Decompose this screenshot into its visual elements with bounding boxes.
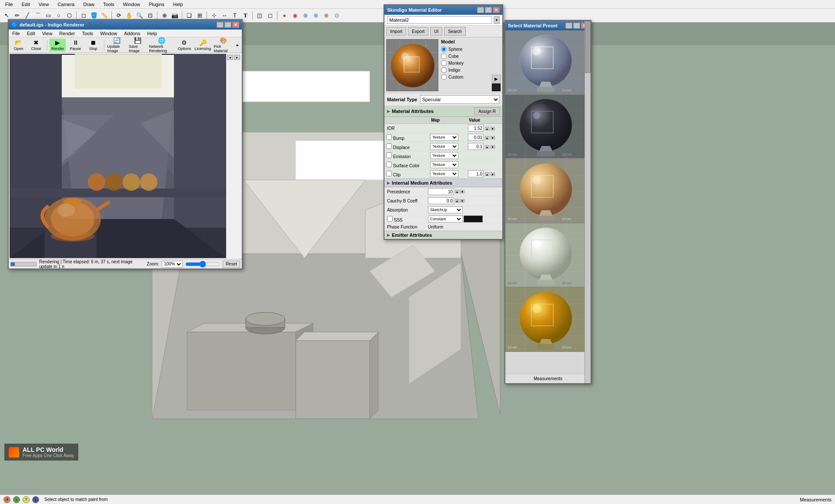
- me-monkey-option[interactable]: Monkey: [441, 60, 489, 66]
- clip-value-input[interactable]: [468, 170, 484, 177]
- me-medium-header[interactable]: ▶ Internal Medium Attributes: [384, 179, 502, 187]
- status-icon-1[interactable]: ↺: [3, 496, 10, 503]
- status-icon-2[interactable]: ○: [13, 496, 20, 503]
- toolbar-indigo6[interactable]: ⊙: [332, 11, 341, 20]
- indigo-menu-file[interactable]: File: [10, 30, 22, 37]
- me-preview-bg-btn[interactable]: [492, 83, 501, 91]
- render-button[interactable]: ▶ Render: [50, 39, 66, 52]
- indigo-menu-edit[interactable]: Edit: [25, 30, 37, 37]
- bump-spin-up[interactable]: ▲: [485, 136, 489, 139]
- me-render-preview-btn[interactable]: ▶: [492, 75, 501, 83]
- pause-button[interactable]: ⏸ Pause: [67, 39, 84, 52]
- me-close-btn[interactable]: ✕: [493, 7, 500, 13]
- me-attributes-header[interactable]: ▶ Material Attributes Assign R: [384, 106, 502, 117]
- ior-spin-down[interactable]: ▼: [491, 127, 495, 130]
- indigo-minimize-btn[interactable]: _: [217, 22, 224, 28]
- menu-camera[interactable]: Camera: [56, 1, 76, 8]
- me-custom-option[interactable]: Custom: [441, 74, 489, 80]
- me-import-btn[interactable]: Import: [386, 27, 406, 36]
- displace-map-select[interactable]: Texture Constant: [430, 143, 458, 150]
- absorption-dropdown[interactable]: SketchUp Constant Texture: [428, 206, 463, 213]
- me-cube-option[interactable]: Cube: [441, 53, 489, 59]
- displace-spin-down[interactable]: ▼: [491, 145, 495, 149]
- cauchy-b-spin-down[interactable]: ▼: [460, 199, 464, 202]
- pick-material-button[interactable]: 🎨 Pick Material: [213, 39, 234, 52]
- me-sphere-option[interactable]: Sphere: [441, 46, 489, 52]
- precedence-input[interactable]: [428, 188, 454, 195]
- me-export-btn[interactable]: Export: [408, 27, 428, 36]
- clip-spin-up[interactable]: ▲: [485, 172, 489, 176]
- preset-maximize-btn[interactable]: □: [573, 23, 580, 29]
- indigo-menu-tools[interactable]: Tools: [80, 30, 95, 37]
- ior-spin-up[interactable]: ▲: [485, 127, 489, 130]
- preset-tan-ball[interactable]: 10 cm 10 cm: [505, 159, 591, 223]
- network-rendering-button[interactable]: 🌐 Network Rendering: [149, 39, 175, 52]
- toolbar-section-display[interactable]: ◻: [265, 11, 275, 20]
- resize-corner-left[interactable]: ◂: [227, 55, 233, 60]
- me-emitter-header[interactable]: ▶ Emitter Attributes: [384, 231, 502, 239]
- emission-map-select[interactable]: Texture Constant: [430, 152, 458, 159]
- indigo-menu-window[interactable]: Window: [98, 30, 119, 37]
- menu-view[interactable]: View: [37, 1, 51, 8]
- surface-color-checkbox[interactable]: [386, 162, 392, 167]
- indigo-menu-help[interactable]: Help: [146, 30, 159, 37]
- material-name-dropdown[interactable]: ▼: [494, 16, 500, 24]
- bump-map-select[interactable]: Texture Constant: [430, 134, 458, 141]
- zoom-select[interactable]: 100% 50% 200%: [162, 261, 183, 268]
- clip-map-select[interactable]: Texture Constant: [430, 170, 458, 177]
- toolbar-indigo5[interactable]: ⊕: [321, 11, 331, 20]
- clip-checkbox[interactable]: [386, 171, 392, 176]
- clip-spin-down[interactable]: ▼: [491, 172, 495, 176]
- menu-plugins[interactable]: Plugins: [147, 1, 166, 8]
- update-image-button[interactable]: 🔄 Update Image: [107, 39, 127, 52]
- ior-value-input[interactable]: [468, 125, 484, 132]
- preset-dark-metal[interactable]: 10 cm 10 cm: [505, 95, 591, 159]
- sss-color-swatch[interactable]: [464, 216, 483, 222]
- preset-white-ball[interactable]: 10 cm 10 cm: [505, 223, 591, 288]
- menu-edit[interactable]: Edit: [20, 1, 32, 8]
- bump-value-input[interactable]: [468, 134, 484, 141]
- bump-spin-down[interactable]: ▼: [491, 136, 495, 139]
- menu-draw[interactable]: Draw: [81, 1, 96, 8]
- bump-checkbox[interactable]: [386, 134, 392, 140]
- preset-gold-ball[interactable]: 10 cm 10 cm: [505, 288, 591, 352]
- indigo-menu-render[interactable]: Render: [57, 30, 77, 37]
- surface-color-map-select[interactable]: Texture Constant: [430, 161, 458, 168]
- toolbar-indigo3[interactable]: ⊛: [301, 11, 310, 20]
- menu-tools[interactable]: Tools: [101, 1, 116, 8]
- status-icon-3[interactable]: ?: [23, 496, 30, 503]
- toolbar-section[interactable]: ◫: [255, 11, 264, 20]
- toolbar-indigo1[interactable]: ●: [280, 11, 289, 20]
- indigo-menu-addons[interactable]: Addons: [122, 30, 142, 37]
- preset-glass-sphere[interactable]: 10 cm 10 cm: [505, 30, 591, 95]
- save-image-button[interactable]: 💾 Save Image: [128, 39, 147, 52]
- licensing-button[interactable]: 🔑 Licensing: [194, 39, 211, 52]
- menu-window[interactable]: Window: [121, 1, 142, 8]
- displace-spin-up[interactable]: ▲: [485, 145, 489, 149]
- emission-checkbox[interactable]: [386, 153, 392, 158]
- status-icon-4[interactable]: i: [32, 496, 39, 503]
- menu-file[interactable]: File: [3, 1, 15, 8]
- stop-button[interactable]: ⏹ Stop: [85, 39, 101, 52]
- precedence-spin-up[interactable]: ▲: [455, 190, 459, 193]
- open-button[interactable]: 📂 Open: [10, 39, 27, 52]
- me-indigo-option[interactable]: Indigo: [441, 67, 489, 73]
- precedence-spin-down[interactable]: ▼: [460, 190, 464, 193]
- sss-checkbox[interactable]: [387, 216, 393, 222]
- more-options-button[interactable]: ▸: [235, 39, 240, 52]
- indigo-menu-view[interactable]: View: [40, 30, 54, 37]
- me-search-btn[interactable]: Search: [444, 27, 466, 36]
- toolbar-indigo4[interactable]: ⊗: [311, 11, 321, 20]
- zoom-slider[interactable]: [185, 261, 220, 268]
- preset-scrollbar[interactable]: [584, 21, 591, 383]
- cauchy-b-spin-up[interactable]: ▲: [455, 199, 459, 202]
- me-maximize-btn[interactable]: □: [485, 7, 492, 13]
- indigo-maximize-btn[interactable]: □: [224, 22, 231, 28]
- me-material-type-select[interactable]: Specular Diffuse Phong Coating Blend: [420, 95, 500, 104]
- me-ui-btn[interactable]: UI: [430, 27, 442, 36]
- menu-help[interactable]: Help: [171, 1, 185, 8]
- me-assign-button[interactable]: Assign R: [474, 107, 500, 115]
- sss-dropdown[interactable]: Constant SketchUp Texture: [428, 216, 463, 222]
- indigo-close-btn[interactable]: ✕: [232, 22, 239, 28]
- options-button[interactable]: ⚙ Options: [177, 39, 193, 52]
